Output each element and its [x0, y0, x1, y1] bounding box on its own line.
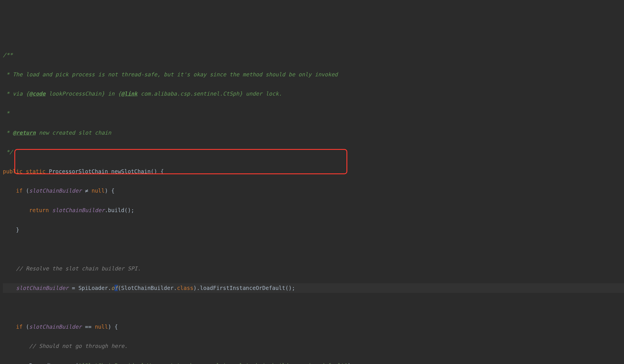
code-line[interactable]	[3, 244, 624, 254]
method-call: ).loadFirstInstanceOrDefault();	[193, 285, 295, 291]
class-ref: SlotChainBuilder	[121, 285, 174, 291]
caret-selection: f	[115, 285, 118, 291]
code-line[interactable]: if (slotChainBuilder == null) {	[3, 322, 624, 332]
javadoc-close: */	[3, 149, 13, 155]
javadoc-tag: @code	[29, 90, 46, 97]
keyword-return: return	[29, 207, 49, 213]
javadoc-tag: @link	[121, 90, 137, 97]
code-line[interactable]: */	[3, 147, 624, 157]
static-method-of: o	[111, 285, 115, 291]
code-line[interactable]: }	[3, 225, 624, 235]
static-method-warn: warn	[62, 362, 75, 364]
keyword-class: class	[177, 285, 193, 291]
dot: .	[108, 285, 111, 291]
keyword-if: if	[16, 324, 23, 330]
code-line[interactable]: RecordLog.warn("[SlotChainProvider] Wron…	[3, 361, 624, 364]
code-line-highlighted[interactable]: slotChainBuilder = SpiLoader.of(SlotChai…	[3, 283, 624, 293]
line-comment: // Resolve the slot chain builder SPI.	[16, 265, 141, 272]
code-line[interactable]: if (slotChainBuilder ≠ null) {	[3, 186, 624, 196]
javadoc-open: /**	[3, 52, 13, 58]
op-eq: ==	[85, 324, 92, 330]
field-ref: slotChainBuilder	[29, 324, 82, 330]
javadoc-text: *	[3, 129, 13, 136]
code-line[interactable]: public static ProcessorSlotChain newSlot…	[3, 167, 624, 177]
brace: {	[157, 168, 164, 175]
field-ref: slotChainBuilder	[29, 187, 82, 194]
keyword-public: public	[3, 168, 23, 175]
return-type: ProcessorSlotChain	[49, 168, 108, 175]
code-line[interactable]: * @return new created slot chain	[3, 128, 624, 138]
code-line[interactable]	[3, 303, 624, 312]
keyword-static: static	[26, 168, 46, 175]
class-ref: RecordLog	[29, 362, 59, 364]
method-call: .build();	[105, 207, 134, 213]
method-name: newSlotChain	[111, 168, 151, 175]
op-ne: ≠	[85, 187, 88, 194]
code-line[interactable]: return slotChainBuilder.build();	[3, 206, 624, 215]
paren: (	[118, 285, 121, 291]
paren-close: );	[348, 362, 354, 364]
class-ref: SpiLoader	[78, 285, 108, 291]
keyword-null: null	[95, 324, 108, 330]
code-line[interactable]: /**	[3, 50, 624, 60]
javadoc-text: * The load and pick process is not threa…	[3, 71, 338, 78]
code-line[interactable]: * The load and pick process is not threa…	[3, 70, 624, 80]
code-editor[interactable]: /** * The load and pick process is not t…	[3, 40, 624, 364]
dot: .	[174, 285, 177, 291]
code-line[interactable]: // Resolve the slot chain builder SPI.	[3, 264, 624, 274]
code-line[interactable]: // Should not go through here.	[3, 341, 624, 351]
op-assign: =	[69, 285, 78, 291]
dot: .	[59, 362, 62, 364]
paren: ()	[151, 168, 157, 175]
javadoc-text: com.alibaba.csp.sentinel.CtSph} under lo…	[137, 90, 282, 97]
string-literal: "[SlotChainProvider] Wrong state when re…	[78, 362, 348, 364]
keyword-if: if	[16, 187, 23, 194]
javadoc-return-tag: @return	[13, 129, 36, 136]
keyword-null: null	[92, 187, 105, 194]
code-line[interactable]: *	[3, 109, 624, 118]
line-comment: // Should not go through here.	[29, 343, 128, 349]
javadoc-text: new created slot chain	[36, 129, 111, 136]
javadoc-text: * via {	[3, 90, 29, 97]
paren: (	[75, 362, 78, 364]
code-line[interactable]: * via {@code lookProcessChain} in {@link…	[3, 89, 624, 99]
javadoc-text: lookProcessChain} in {	[46, 90, 121, 97]
field-ref: slotChainBuilder	[52, 207, 105, 213]
javadoc-text: *	[3, 110, 9, 116]
field-ref: slotChainBuilder	[16, 285, 69, 291]
